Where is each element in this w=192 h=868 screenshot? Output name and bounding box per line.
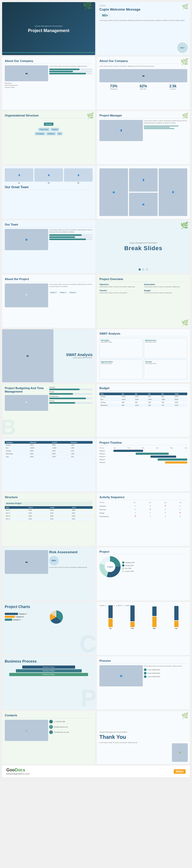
slide-20-act-1: Research (99, 505, 127, 507)
slide-11-image: 📊 (5, 283, 48, 307)
slide-16-cell: 900 (161, 395, 174, 398)
slide-3-bar-3 (49, 73, 93, 74)
slide-26-body: Lorem ipsum dolor sit amet consectetur a… (144, 665, 187, 668)
logo-docs: Docs (15, 768, 25, 772)
page-wrapper: 🌿 Simple Management Presentation Project… (0, 0, 192, 779)
slide-24-bar-3 (152, 607, 157, 616)
slide-28-title: Thank You (99, 734, 126, 740)
slide-16-cell: 800 (147, 395, 161, 398)
slide-17-th-1: Category (5, 441, 29, 444)
slide-12-text-4: Lorem ipsum dolor sit amet consectetur. (144, 292, 187, 294)
slide-16-cell: 500 (147, 401, 161, 404)
slide-20-check-3-1: ✓ (128, 512, 142, 514)
slide-20-col-2: Q2 (143, 502, 157, 503)
table-row: Dev 12000 11500 +500 (5, 446, 93, 450)
slide-20-check-4-4: ✓ (173, 515, 187, 518)
slide-18-timeline: Project Timeline Phase Jan Feb Mar Apr M… (97, 438, 190, 491)
slides-grid: 🌿 Simple Management Presentation Project… (2, 2, 190, 764)
slide-22-pie-center: Project (105, 561, 115, 572)
slide-24-bar-2b (130, 622, 135, 627)
slide-9-title: Our Team (5, 223, 93, 227)
slide-6-body: Lorem ipsum dolor sit amet consectetur a… (144, 120, 187, 124)
slide-12-col-3: Timeline (99, 289, 142, 291)
slide-12-text-3: Lorem ipsum dolor sit amet consectetur. (99, 292, 142, 294)
slide-24-bar-4 (174, 606, 179, 620)
slide-11-title: About the Project (5, 277, 93, 282)
slide-17-cell: Marketing (5, 453, 29, 455)
leaf-decor-1: 🌿 (83, 2, 93, 10)
slide-25-business-process: P Business Process Business Project Busi… (2, 656, 95, 709)
slide-4-image: 📷 (99, 69, 187, 82)
slide-26-process-detail: Process 👥 Lorem ipsum dolor sit amet con… (97, 656, 190, 709)
slide-22-title: Project (99, 550, 187, 555)
slide-24-bar-3b (152, 617, 157, 627)
leaf-decor-4: 🌿 (180, 58, 189, 66)
slide-19-cell: Data (28, 509, 49, 512)
slide-15-label-4: Testing (49, 400, 93, 402)
slide-4-company-stats: 🌿 About Our Company Lorem ipsum dolor si… (97, 57, 190, 110)
slide-16-cell: 8300 (174, 398, 187, 401)
slide-1-title: Project Management (28, 28, 69, 33)
slide-16-cell: 400 (161, 401, 174, 404)
slide-19-th-4: Col C (71, 506, 93, 509)
slide-25-level-1: Business Project (22, 665, 75, 669)
slide-20-col-activity: Activity (99, 502, 126, 503)
slide-17-cell: 4000 (29, 453, 51, 455)
slide-17-cell: 5000 (29, 444, 51, 446)
slide-16-cell: 2000 (147, 398, 161, 401)
slide-14-q2-body: Title Show Here (145, 341, 186, 343)
slide-26-title: Process (99, 659, 187, 664)
slide-23-hbar-label-1: Category A (19, 613, 27, 615)
slide-26-step-1: Lorem Detail Here (147, 669, 160, 671)
slide-27-title: Contacts (5, 714, 93, 718)
slide-3-tag-2: Web Development (5, 85, 48, 87)
slide-24-bar-label-1: Jan (109, 628, 112, 629)
slide-25-level-3: Business Project (9, 673, 88, 676)
slide-2-title: Cupix Welcome Message (99, 7, 187, 11)
slide-11-about-project: About the Project 📊 Lorem ipsum dolor si… (2, 275, 95, 328)
table-row: Marketing 800 1000 900 700 3400 (99, 404, 187, 407)
slide-14-swat-detail: SWAT Analysis Strengths Title Show Here … (97, 329, 190, 382)
table-row: Ops 2000 2100 -100 (5, 455, 93, 458)
slide-16-cell: Marketing (99, 404, 121, 407)
slide-12-title: Project Overview (99, 277, 187, 282)
slide-9-image: 👥 (5, 229, 48, 250)
slide-3-tag-1: Designing (5, 82, 48, 85)
slide-18-month-4: Apr (156, 447, 158, 449)
slide-10-break: 🌿 Simple Management Presentation Break S… (97, 220, 190, 273)
slide-17-table: Category Planned Actual Variance Design … (5, 441, 93, 458)
slide-3-bar-1 (49, 68, 93, 70)
slide-18-phase-3: Phase 3 (99, 456, 113, 458)
slide-16-th-1: Item (99, 393, 121, 395)
slide-4-label-3: Projects (159, 88, 187, 90)
slide-15-bar-4 (49, 402, 93, 404)
slide-7-photo-3: 👤 (64, 168, 93, 182)
slide-25-letter: P (81, 685, 95, 709)
slide-8-photo-1: 👥 (99, 168, 128, 216)
slide-25-pyramid: Business Project Business Project Busine… (5, 665, 93, 676)
table-row: Testing 3000 3200 -200 (5, 450, 93, 453)
slide-18-phase-5: Phase 5 (99, 462, 113, 463)
slide-18-month-5: May (170, 447, 173, 449)
slide-26-step-dot-1 (144, 669, 147, 671)
slide-19-cell: Data (49, 515, 71, 518)
slide-17-th-2: Planned (29, 441, 51, 444)
slide-20-row-3: Design ✓ ✓ ✓ ✗ (99, 512, 187, 514)
slide-19-cell: Item 4 (5, 518, 28, 521)
slide-12-text-1: Lorem ipsum dolor sit amet consectetur a… (99, 286, 142, 288)
slide-11-tag-1: Phase 1 (50, 291, 57, 293)
slide-17-cell: -100 (69, 455, 93, 458)
footer: GooDocs www.thegoodocs.com Slides (2, 766, 190, 777)
slide-16-cell: 3900 (174, 395, 187, 398)
slide-16-cell: 900 (147, 404, 161, 407)
slide-20-check-2-3: ✓ (158, 508, 172, 510)
slide-27-image: 🏢 (5, 720, 48, 741)
slide-15-bar-2 (49, 393, 93, 395)
slide-4-stat-2: 62% (129, 84, 158, 88)
slide-8-photo-3: 👥 (129, 193, 158, 216)
slide-13-image: 📸 (2, 329, 54, 382)
slide-19-cell: Item 1 (5, 509, 28, 512)
slide-18-month-3: Mar (142, 447, 145, 449)
slide-7-photo-1: 👤 (5, 168, 33, 182)
slide-5-org: 🌿 Organizational Structure Manager Team … (2, 111, 95, 164)
